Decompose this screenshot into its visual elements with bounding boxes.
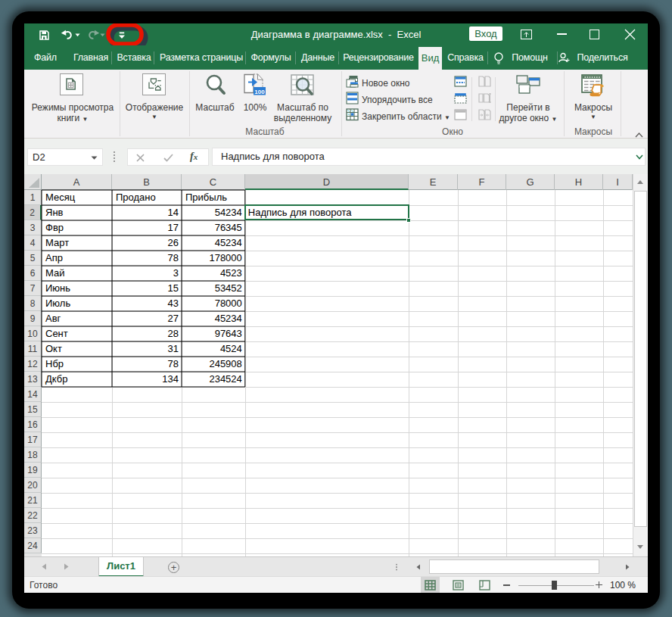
svg-text:100: 100 — [254, 89, 265, 95]
